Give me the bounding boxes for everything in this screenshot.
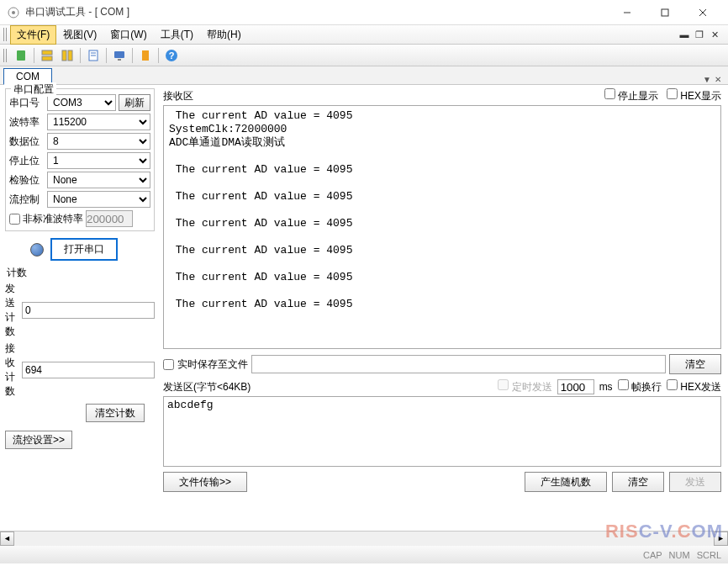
toolbar-tile-v-icon[interactable] (58, 46, 76, 65)
pause-display-label: 停止显示 (618, 90, 658, 102)
nonstd-baud-input (86, 210, 133, 227)
mdi-restore-button[interactable]: ❐ (693, 29, 706, 40)
flow-settings-button[interactable]: 流控设置>> (5, 431, 72, 449)
toolbar-monitor-icon[interactable] (110, 46, 129, 65)
svg-point-1 (12, 11, 15, 14)
svg-rect-16 (142, 50, 149, 61)
svg-rect-3 (662, 9, 668, 16)
menu-file[interactable]: 文件(F) (10, 25, 56, 45)
toolbar-new-icon[interactable] (12, 46, 30, 65)
mdi-close-button[interactable]: ✕ (708, 29, 721, 40)
stopbits-label: 停止位 (9, 154, 45, 168)
parity-select[interactable]: None (47, 172, 150, 188)
timed-send-label: 定时发送 (512, 381, 552, 393)
status-bar: CAP NUM SCRL (0, 545, 728, 563)
toolbar-settings-icon[interactable] (136, 46, 155, 65)
hex-display-checkbox[interactable] (667, 88, 678, 99)
save-to-file-checkbox[interactable] (163, 359, 174, 370)
toolbar: ? (0, 45, 728, 66)
frame-wrap-checkbox[interactable] (618, 379, 629, 390)
recv-title: 接收区 (163, 89, 193, 103)
serial-config-group: 串口配置 串口号 COM3 刷新 波特率 115200 数据位 8 停止位 1 … (5, 88, 155, 231)
send-textarea[interactable] (163, 396, 721, 467)
stopbits-select[interactable]: 1 (47, 152, 150, 169)
toolbar-doc-icon[interactable] (84, 46, 103, 65)
svg-text:?: ? (169, 50, 175, 61)
toolbar-tile-h-icon[interactable] (38, 46, 56, 65)
hex-display-label: HEX显示 (680, 90, 721, 102)
baud-select[interactable]: 115200 (47, 114, 150, 130)
menu-window[interactable]: 窗口(W) (103, 25, 153, 45)
parity-label: 检验位 (9, 173, 45, 188)
databits-select[interactable]: 8 (47, 133, 150, 150)
document-tab-row: COM ▼ ✕ (0, 66, 728, 85)
send-count-input[interactable] (22, 302, 155, 319)
port-select[interactable]: COM3 (47, 94, 116, 111)
svg-rect-9 (62, 50, 66, 61)
refresh-button[interactable]: 刷新 (119, 94, 150, 111)
tab-dropdown-icon[interactable]: ▼ (703, 75, 711, 84)
clear-recv-button[interactable]: 清空 (669, 354, 721, 374)
watermark: RISC-V.COM (605, 521, 723, 542)
menu-view[interactable]: 视图(V) (56, 25, 103, 45)
svg-rect-15 (118, 59, 121, 61)
left-panel: 串口配置 串口号 COM3 刷新 波特率 115200 数据位 8 停止位 1 … (0, 85, 160, 531)
status-led-icon (30, 243, 44, 257)
menu-help[interactable]: 帮助(H) (200, 25, 248, 45)
file-transfer-button[interactable]: 文件传输>> (163, 472, 247, 492)
save-to-file-label: 实时保存至文件 (177, 357, 248, 372)
app-icon (7, 6, 20, 19)
interval-input[interactable] (557, 379, 594, 394)
open-port-button[interactable]: 打开串口 (50, 238, 118, 261)
tab-close-icon[interactable]: ✕ (715, 75, 721, 84)
recv-count-input[interactable] (22, 362, 155, 378)
svg-rect-14 (114, 51, 124, 58)
minimize-button[interactable] (608, 1, 646, 24)
scroll-left-icon[interactable]: ◄ (0, 532, 14, 546)
title-bar: 串口调试工具 - [ COM ] (0, 0, 728, 25)
status-num: NUM (669, 550, 690, 560)
clear-send-button[interactable]: 清空 (612, 472, 664, 492)
clear-count-button[interactable]: 清空计数 (86, 404, 145, 422)
mdi-minimize-button[interactable]: ▬ (678, 29, 691, 40)
nonstd-baud-label: 非标准波特率 (23, 212, 83, 226)
send-button[interactable]: 发送 (669, 472, 721, 492)
save-path-input[interactable] (251, 355, 666, 373)
toolbar-grip (3, 49, 8, 62)
maximize-button[interactable] (646, 1, 683, 24)
svg-rect-8 (42, 56, 52, 61)
svg-rect-10 (68, 50, 72, 61)
config-title: 串口配置 (11, 82, 56, 97)
pause-display-checkbox[interactable] (604, 88, 615, 99)
right-panel: 接收区 停止显示 HEX显示 The current AD value = 40… (160, 85, 728, 531)
send-title: 发送区(字节<64KB) (163, 380, 251, 394)
nonstd-baud-checkbox[interactable] (9, 214, 20, 225)
recv-count-label: 接收计数 (5, 341, 22, 399)
flowctrl-label: 流控制 (9, 193, 45, 207)
svg-rect-7 (42, 50, 52, 55)
flowctrl-select[interactable]: None (47, 191, 150, 208)
send-count-label: 发送计数 (5, 282, 22, 339)
baud-label: 波特率 (9, 115, 45, 130)
menubar-grip (3, 28, 8, 41)
window-title: 串口调试工具 - [ COM ] (25, 5, 608, 19)
databits-label: 数据位 (9, 135, 45, 149)
frame-wrap-label: 帧换行 (631, 381, 662, 393)
status-cap: CAP (643, 550, 662, 560)
random-button[interactable]: 产生随机数 (525, 472, 607, 492)
ms-label: ms (599, 381, 613, 393)
menu-tools[interactable]: 工具(T) (154, 25, 200, 45)
svg-rect-6 (17, 50, 25, 61)
toolbar-help-icon[interactable]: ? (162, 46, 181, 65)
count-title: 计数 (7, 266, 155, 280)
menu-bar: 文件(F) 视图(V) 窗口(W) 工具(T) 帮助(H) ▬ ❐ ✕ (0, 25, 728, 45)
hex-send-label: HEX发送 (680, 381, 721, 393)
timed-send-checkbox (498, 379, 509, 390)
status-scrl: SCRL (697, 550, 721, 560)
port-label: 串口号 (9, 96, 45, 110)
receive-textarea[interactable]: The current AD value = 4095 SystemClk:72… (163, 105, 721, 349)
hex-send-checkbox[interactable] (667, 379, 678, 390)
close-button[interactable] (683, 1, 721, 24)
